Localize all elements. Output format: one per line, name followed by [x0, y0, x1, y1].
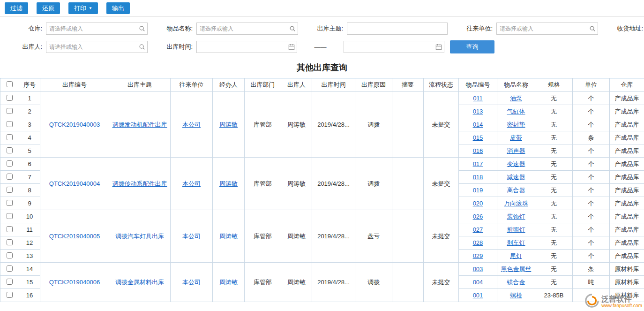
item-code-link[interactable]: 003: [473, 265, 483, 273]
item-name-link[interactable]: 刹车灯: [507, 239, 525, 246]
partner-link[interactable]: 本公司: [182, 121, 201, 128]
partner-label: 往来单位:: [464, 24, 493, 33]
person-label: 出库人:: [5, 43, 42, 51]
partner-link[interactable]: 本公司: [182, 279, 201, 286]
row-checkbox[interactable]: [7, 239, 13, 245]
item-code-link[interactable]: 011: [473, 95, 483, 102]
handler-link[interactable]: 周涛敏: [219, 233, 238, 240]
outbound-code-link[interactable]: QTCK2019040003: [49, 121, 100, 128]
item-code-link[interactable]: 026: [473, 213, 483, 220]
select-all-checkbox[interactable]: [7, 81, 13, 87]
column-header: 物品名称: [497, 78, 535, 92]
item-code-link[interactable]: 001: [473, 292, 483, 299]
item-name-link[interactable]: 前照灯: [507, 226, 525, 233]
item-name-link[interactable]: 变速器: [507, 160, 525, 167]
outbound-code-link[interactable]: QTCK2019040005: [49, 233, 100, 240]
search-icon[interactable]: [139, 25, 145, 34]
watermark-url: www.fanpusoft.com: [601, 303, 642, 308]
search-icon[interactable]: [289, 25, 296, 34]
item-name-link[interactable]: 油泵: [510, 95, 522, 102]
row-checkbox[interactable]: [7, 279, 13, 285]
row-checkbox[interactable]: [7, 213, 13, 219]
warehouse-cell: 产成品库: [610, 144, 644, 158]
item-code-link[interactable]: 014: [473, 121, 483, 128]
item-name-link[interactable]: 消声器: [507, 147, 525, 154]
calendar-icon[interactable]: [435, 44, 442, 52]
search-icon[interactable]: [589, 25, 596, 34]
query-button[interactable]: 查询: [450, 40, 494, 53]
handler-link[interactable]: 周涛敏: [219, 121, 238, 128]
warehouse-input[interactable]: [46, 23, 148, 35]
item-code-link[interactable]: 016: [473, 147, 483, 154]
row-checkbox[interactable]: [7, 174, 13, 180]
item-name-link[interactable]: 减速器: [507, 174, 525, 181]
handler-link[interactable]: 周涛敏: [219, 279, 238, 286]
spec-cell: 无: [535, 210, 573, 223]
row-checkbox[interactable]: [7, 292, 13, 298]
row-checkbox[interactable]: [7, 187, 13, 193]
item-code-link-cell: 029: [459, 250, 497, 263]
row-checkbox[interactable]: [7, 226, 13, 232]
item-name-input[interactable]: [196, 23, 298, 35]
row-checkbox[interactable]: [7, 160, 13, 167]
restore-button[interactable]: 还原: [37, 2, 60, 15]
item-name-link[interactable]: 尾灯: [510, 252, 522, 259]
person-input[interactable]: [46, 41, 148, 53]
row-checkbox[interactable]: [7, 108, 13, 114]
outbound-code-link[interactable]: QTCK2019040006: [49, 279, 100, 286]
search-icon[interactable]: [139, 44, 145, 52]
row-checkbox[interactable]: [7, 200, 13, 206]
item-code-link[interactable]: 019: [473, 187, 483, 194]
row-checkbox[interactable]: [7, 252, 13, 258]
item-code-link[interactable]: 013: [473, 108, 483, 115]
export-button[interactable]: 输出: [106, 2, 130, 15]
item-code-link[interactable]: 017: [473, 160, 483, 167]
item-name-link[interactable]: 离合器: [507, 187, 525, 194]
partner-link[interactable]: 本公司: [182, 233, 201, 240]
filter-button[interactable]: 过滤: [5, 2, 28, 15]
item-code-link[interactable]: 015: [473, 134, 483, 141]
item-name-link[interactable]: 装饰灯: [507, 213, 525, 220]
time-start-input[interactable]: [196, 41, 297, 53]
item-code-link[interactable]: 020: [473, 200, 483, 207]
item-name-link[interactable]: 螺栓: [510, 292, 522, 299]
row-checkbox[interactable]: [7, 95, 13, 101]
outbound-person-cell: 周涛敏: [281, 158, 312, 210]
spec-cell: 无: [535, 105, 573, 118]
item-name-link[interactable]: 气缸体: [507, 108, 525, 115]
outbound-code-link[interactable]: QTCK2019040004: [49, 180, 100, 187]
partner-link[interactable]: 本公司: [182, 180, 201, 187]
row-select-cell: [0, 250, 19, 263]
item-name-link[interactable]: 皮带: [510, 134, 522, 141]
partner-input[interactable]: [496, 23, 598, 35]
item-code-link[interactable]: 004: [473, 279, 483, 286]
item-name-link[interactable]: 万向滚珠: [504, 200, 528, 207]
item-code-link[interactable]: 018: [473, 174, 483, 181]
row-checkbox[interactable]: [7, 147, 13, 153]
row-checkbox[interactable]: [7, 121, 13, 127]
outbound-subject-link[interactable]: 调拨传动系配件出库: [112, 180, 167, 187]
outbound-subject-link[interactable]: 调拨金属材料出库: [115, 279, 164, 286]
print-button[interactable]: 打印▼: [68, 2, 98, 15]
row-number: 14: [19, 263, 40, 276]
row-checkbox[interactable]: [7, 134, 13, 140]
handler-link[interactable]: 周涛敏: [219, 180, 238, 187]
subject-input[interactable]: [347, 23, 448, 35]
item-code-link[interactable]: 027: [473, 226, 483, 233]
item-code-link[interactable]: 029: [473, 252, 483, 259]
item-name-link-cell: 皮带: [497, 131, 535, 144]
warehouse-cell: 产成品库: [610, 197, 644, 210]
calendar-icon[interactable]: [288, 44, 295, 52]
item-code-link[interactable]: 028: [473, 239, 483, 246]
outbound-subject-link-cell: 调拨金属材料出库: [109, 263, 171, 302]
unit-cell: 个: [573, 144, 610, 158]
item-name-link[interactable]: 镁合金: [507, 279, 525, 286]
handler-link-cell: 周涛敏: [213, 92, 245, 158]
row-checkbox[interactable]: [7, 265, 13, 272]
item-name-link[interactable]: 密封垫: [507, 121, 525, 128]
outbound-subject-link[interactable]: 调拨汽车灯具出库: [115, 233, 164, 240]
item-name-link[interactable]: 黑色金属丝: [501, 265, 532, 273]
spec-cell: 无: [535, 171, 573, 184]
outbound-subject-link[interactable]: 调拨发动机配件出库: [112, 121, 167, 128]
time-end-input[interactable]: [344, 41, 444, 53]
